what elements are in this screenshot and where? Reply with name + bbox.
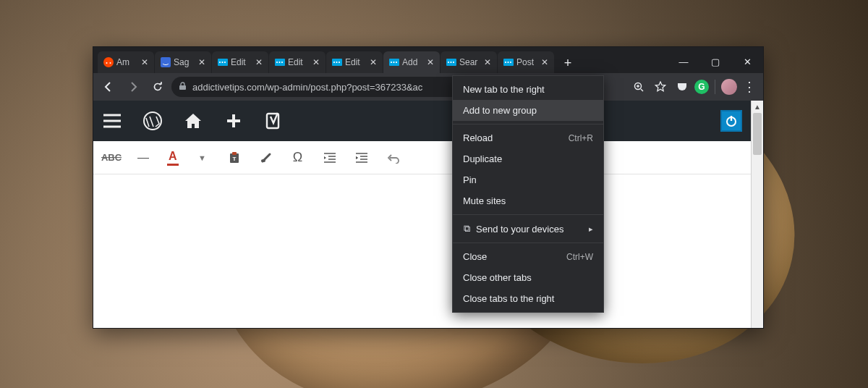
tab-7[interactable]: ••• Post ✕: [498, 51, 554, 73]
svg-rect-4: [179, 85, 186, 90]
svg-point-12: [261, 159, 265, 162]
close-icon[interactable]: ✕: [254, 57, 264, 67]
maximize-button[interactable]: ▢: [699, 50, 731, 73]
tab-title: Edit: [231, 57, 251, 67]
back-button[interactable]: [98, 76, 119, 98]
tab-1[interactable]: Sag ✕: [155, 51, 211, 73]
menu-duplicate[interactable]: Duplicate: [453, 148, 603, 169]
reddit-icon: [103, 57, 114, 67]
svg-rect-3: [161, 57, 171, 67]
browser-toolbar: addictivetips.com/wp-admin/post.php?post…: [93, 73, 763, 101]
menu-pin[interactable]: Pin: [453, 169, 603, 190]
close-icon[interactable]: ✕: [540, 57, 550, 67]
zoom-button[interactable]: [629, 77, 648, 96]
tab-5[interactable]: ••• Add ✕: [383, 51, 440, 73]
undo-button[interactable]: [386, 150, 401, 166]
editor-toolbar: ABC — A ▼ T Ω: [93, 141, 751, 174]
hr-button[interactable]: —: [135, 150, 151, 166]
svg-point-2: [110, 62, 111, 64]
tab-title: Sear: [459, 57, 480, 67]
vertical-scrollbar[interactable]: ▲: [751, 101, 763, 328]
home-icon[interactable]: [183, 111, 203, 131]
menu-mute[interactable]: Mute sites: [453, 190, 603, 211]
editor-canvas[interactable]: [93, 174, 751, 328]
address-bar[interactable]: addictivetips.com/wp-admin/post.php?post…: [171, 77, 495, 97]
tab-strip: Am ✕ Sag ✕ ••• Edit ✕ ••• Edit ✕ ••• Edi…: [93, 47, 763, 73]
svg-text:T: T: [232, 156, 236, 162]
paste-text-button[interactable]: T: [226, 150, 242, 166]
tab-title: Edit: [288, 57, 308, 67]
new-tab-button[interactable]: +: [558, 53, 578, 73]
menu-separator: [453, 124, 603, 125]
menu-close[interactable]: Close Ctrl+W: [453, 246, 603, 267]
chevron-right-icon: ▸: [589, 224, 593, 234]
outdent-button[interactable]: [322, 150, 338, 166]
addictivetips-icon: •••: [218, 57, 228, 67]
close-icon[interactable]: ✕: [311, 57, 321, 67]
lock-icon: [179, 82, 187, 93]
forward-button[interactable]: [122, 76, 144, 98]
close-icon[interactable]: ✕: [140, 57, 150, 67]
wordpress-icon[interactable]: [142, 111, 163, 131]
tab-2[interactable]: ••• Edit ✕: [212, 51, 268, 73]
page-content: ABC — A ▼ T Ω: [93, 101, 763, 328]
tab-title: Post: [516, 57, 537, 67]
close-icon[interactable]: ✕: [368, 57, 378, 67]
menu-close-right[interactable]: Close tabs to the right: [453, 288, 603, 309]
menu-separator: [453, 214, 603, 215]
wordpress-admin-bar: [93, 101, 751, 141]
tab-0[interactable]: Am ✕: [98, 51, 154, 73]
hamburger-icon[interactable]: [102, 111, 122, 131]
tab-title: Sag: [174, 57, 194, 67]
close-icon[interactable]: ✕: [425, 57, 435, 67]
menu-reload[interactable]: Reload Ctrl+R: [453, 127, 603, 148]
tab-6[interactable]: ••• Sear ✕: [441, 51, 497, 73]
menu-send-devices[interactable]: ⧉ Send to your devices ▸: [453, 218, 603, 240]
minimize-button[interactable]: —: [668, 50, 699, 73]
divider: [715, 80, 715, 94]
scroll-up-button[interactable]: ▲: [752, 101, 763, 113]
close-icon[interactable]: ✕: [197, 57, 207, 67]
sage-icon: [161, 57, 171, 67]
svg-rect-10: [232, 152, 237, 155]
pocket-extension-icon[interactable]: [673, 77, 692, 96]
tab-3[interactable]: ••• Edit ✕: [269, 51, 326, 73]
chrome-menu-button[interactable]: ⋮: [740, 77, 759, 96]
tab-title: Add: [402, 57, 422, 67]
chrome-window: Am ✕ Sag ✕ ••• Edit ✕ ••• Edit ✕ ••• Edi…: [93, 46, 764, 329]
reload-button[interactable]: [147, 76, 169, 98]
bookmark-button[interactable]: [651, 77, 670, 96]
menu-close-other[interactable]: Close other tabs: [453, 267, 603, 288]
devices-icon: ⧉: [460, 223, 473, 235]
profile-avatar[interactable]: [721, 79, 737, 95]
window-controls: — ▢ ✕: [668, 50, 763, 73]
text-color-dropdown[interactable]: ▼: [195, 150, 210, 166]
text-color-button[interactable]: A: [167, 150, 179, 166]
addictivetips-icon: •••: [503, 57, 514, 67]
indent-button[interactable]: [354, 150, 370, 166]
spellcheck-button[interactable]: ABC: [103, 150, 119, 166]
add-new-icon[interactable]: [224, 111, 244, 131]
power-button[interactable]: [720, 110, 742, 132]
special-char-button[interactable]: Ω: [290, 150, 306, 166]
addictivetips-icon: •••: [446, 57, 456, 67]
svg-point-0: [103, 57, 114, 67]
addictivetips-icon: •••: [389, 57, 399, 67]
tab-4[interactable]: ••• Edit ✕: [326, 51, 383, 73]
menu-new-tab-right[interactable]: New tab to the right: [453, 79, 603, 100]
tab-context-menu: New tab to the right Add to new group Re…: [452, 75, 604, 313]
addictivetips-icon: •••: [332, 57, 342, 67]
tab-title: Edit: [345, 57, 365, 67]
yoast-icon[interactable]: [264, 111, 284, 131]
clear-format-button[interactable]: [258, 150, 274, 166]
addictivetips-icon: •••: [275, 57, 285, 67]
close-icon[interactable]: ✕: [482, 57, 493, 67]
grammarly-extension-icon[interactable]: G: [694, 80, 709, 94]
menu-add-to-new-group[interactable]: Add to new group: [453, 100, 603, 121]
scroll-thumb[interactable]: [753, 113, 762, 155]
tab-title: Am: [116, 57, 137, 67]
url-text: addictivetips.com/wp-admin/post.php?post…: [192, 82, 422, 93]
menu-separator: [453, 242, 603, 243]
window-close-button[interactable]: ✕: [731, 50, 763, 73]
svg-point-1: [106, 62, 108, 64]
